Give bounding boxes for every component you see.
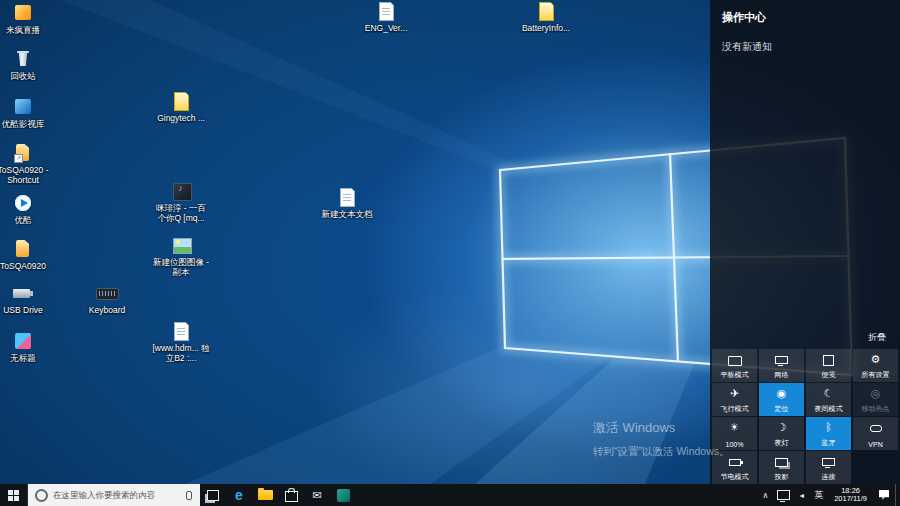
taskbar-store-button[interactable] <box>278 484 304 506</box>
desktop-icon-label: 新建位图图像 - 副本 <box>152 257 210 277</box>
qa-tile-night-mode[interactable]: ☾ 夜间模式 <box>806 383 851 416</box>
desktop-icon-batteryinfo[interactable]: BatteryInfo... <box>517 0 575 33</box>
battery-saver-icon <box>729 459 741 466</box>
store-bag-icon <box>285 491 298 502</box>
qa-tile-brightness[interactable]: ☀ 100% <box>712 417 757 450</box>
desktop-icon-youku-library[interactable]: 优酷影视库 <box>0 96 52 129</box>
clock[interactable]: 18:26 2017/11/9 <box>828 487 873 504</box>
task-view-icon <box>207 490 219 501</box>
qa-tile-vpn[interactable]: VPN <box>853 417 898 450</box>
desktop-icon-eng-ver[interactable]: ENG_Ver... <box>357 0 415 33</box>
qa-tile-night-light[interactable]: ☽ 夜灯 <box>759 417 804 450</box>
tray-date: 2017/11/9 <box>834 495 867 504</box>
desktop-icon-hdm-doc[interactable]: [www.hdm... 独立B2 :... <box>152 320 210 363</box>
qa-tile-label: 平板模式 <box>712 370 757 380</box>
desktop-icon-untitled[interactable]: 无标题 <box>0 330 52 363</box>
qa-tile-location[interactable]: ◉ 定位 <box>759 383 804 416</box>
taskbar: e ✉ ∧ ◄ 英 18:26 2017/11/9 <box>0 484 900 506</box>
qa-tile-network[interactable]: 网络 <box>759 349 804 382</box>
network-tray-icon[interactable] <box>777 490 790 500</box>
qa-tile-label: 投影 <box>759 472 804 482</box>
desktop-icon-gingytech[interactable]: Gingytech ... <box>152 90 210 123</box>
desktop-icon-label: ToSQA0920 - Shortcut <box>0 165 52 185</box>
mail-envelope-icon: ✉ <box>312 489 321 502</box>
desktop-icon-keyboard[interactable]: Keyboard <box>78 282 136 315</box>
action-center-tray-icon[interactable] <box>879 490 889 500</box>
desktop-icon-new-text-document[interactable]: 新建文本文档 <box>318 186 376 219</box>
image-file-icon <box>168 234 194 256</box>
taskbar-app-button[interactable] <box>330 484 356 506</box>
microphone-icon <box>186 491 192 500</box>
desktop-icon-bitmap-copy[interactable]: 新建位图图像 - 副本 <box>152 234 210 277</box>
desktop-icon-tosqa[interactable]: ToSQA0920 <box>0 238 52 271</box>
airplane-icon: ✈ <box>730 386 739 401</box>
qa-tile-label: 100% <box>712 441 757 448</box>
desktop-icon-label: [www.hdm... 独立B2 :... <box>152 343 210 363</box>
untitled-app-icon <box>10 330 36 352</box>
text-file-icon <box>168 320 194 342</box>
volume-tray-icon[interactable]: ◄ <box>794 492 809 499</box>
qa-tile-battery-saver[interactable]: 节电模式 <box>712 451 757 484</box>
search-input[interactable] <box>53 490 182 500</box>
collapse-link[interactable]: 折叠 <box>868 331 886 344</box>
youku-library-icon <box>10 96 36 118</box>
qa-tile-label: 夜灯 <box>759 438 804 448</box>
qa-tile-project[interactable]: 投影 <box>759 451 804 484</box>
desktop-icon-label: 优酷影视库 <box>0 119 52 129</box>
no-notifications-message: 没有新通知 <box>722 40 772 54</box>
folder-icon <box>258 490 273 500</box>
qa-tile-label: 移动热点 <box>853 404 898 414</box>
media-file-icon <box>168 180 194 202</box>
app-icon <box>337 489 350 502</box>
action-center-title: 操作中心 <box>722 10 766 25</box>
edge-icon: e <box>235 488 243 502</box>
show-desktop-button[interactable] <box>895 484 900 506</box>
desktop-icon-laifeng[interactable]: 来疯直播 <box>0 2 52 35</box>
desktop-icon-tosqa-shortcut[interactable]: ToSQA0920 - Shortcut <box>0 142 52 185</box>
vpn-icon <box>870 425 882 432</box>
taskbar-file-explorer-button[interactable] <box>252 484 278 506</box>
qa-tile-label: 连接 <box>806 472 851 482</box>
qa-tile-label: 蓝牙 <box>806 438 851 448</box>
qa-tile-mobile-hotspot[interactable]: ◎ 移动热点 <box>853 383 898 416</box>
yellow-file-icon <box>168 90 194 112</box>
search-box[interactable] <box>27 484 200 506</box>
desktop-icon-label: ENG_Ver... <box>357 23 415 33</box>
system-tray: ∧ ◄ 英 18:26 2017/11/9 <box>757 484 900 506</box>
brightness-icon: ☀ <box>730 420 740 435</box>
qa-tile-all-settings[interactable]: ⚙ 所有设置 <box>853 349 898 382</box>
taskbar-edge-button[interactable]: e <box>226 484 252 506</box>
recycle-bin-icon <box>10 48 36 70</box>
desktop-icon-label: Keyboard <box>78 305 136 315</box>
night-mode-icon: ☾ <box>824 386 834 401</box>
location-icon: ◉ <box>777 386 787 401</box>
task-view-button[interactable] <box>200 484 226 506</box>
desktop-icon-label: 优酷 <box>0 215 52 225</box>
sd-card-icon <box>10 238 36 260</box>
text-file-icon <box>373 0 399 22</box>
settings-gear-icon: ⚙ <box>871 352 881 367</box>
usb-drive-icon <box>10 282 36 304</box>
network-icon <box>775 356 788 364</box>
qa-tile-note[interactable]: 便笺 <box>806 349 851 382</box>
taskbar-mail-button[interactable]: ✉ <box>304 484 330 506</box>
desktop-icon-usb-drive[interactable]: USB Drive <box>0 282 52 315</box>
qa-tile-airplane-mode[interactable]: ✈ 飞行模式 <box>712 383 757 416</box>
qa-tile-label: 定位 <box>759 404 804 414</box>
hidden-icons-chevron[interactable]: ∧ <box>757 491 773 500</box>
qa-tile-label: 飞行模式 <box>712 404 757 414</box>
qa-tile-label: VPN <box>853 441 898 448</box>
desktop-icon-youku[interactable]: 优酷 <box>0 192 52 225</box>
qa-tile-connect[interactable]: 连接 <box>806 451 851 484</box>
qa-tile-label: 夜间模式 <box>806 404 851 414</box>
start-button[interactable] <box>0 484 27 506</box>
ime-language-indicator[interactable]: 英 <box>809 489 828 502</box>
qa-tile-tablet-mode[interactable]: 平板模式 <box>712 349 757 382</box>
desktop-icon-label: 无标题 <box>0 353 52 363</box>
desktop-icon-recycle-bin[interactable]: 回收站 <box>0 48 52 81</box>
qa-tile-bluetooth[interactable]: ᛒ 蓝牙 <box>806 417 851 450</box>
desktop-icon-label: 来疯直播 <box>0 25 52 35</box>
desktop-icon-label: 新建文本文档 <box>318 209 376 219</box>
desktop-icon-label: 咪琲淳 - 一百个你Q [mq... <box>152 203 210 223</box>
desktop-icon-media-file[interactable]: 咪琲淳 - 一百个你Q [mq... <box>152 180 210 223</box>
